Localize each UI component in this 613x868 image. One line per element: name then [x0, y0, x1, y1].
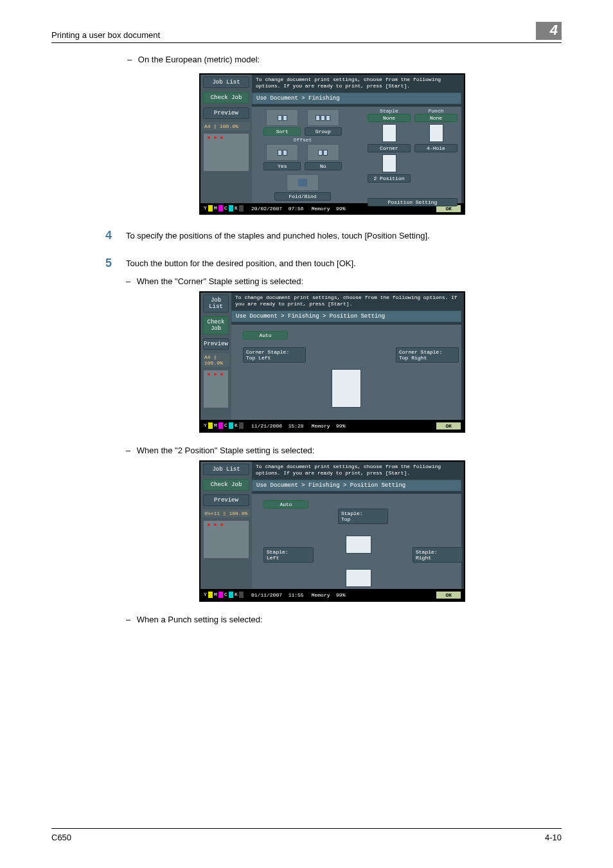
offset-label: Offset	[254, 137, 351, 143]
breadcrumb: Use Document > Finishing > Position Sett…	[252, 480, 461, 491]
job-list-button[interactable]: Job List	[203, 77, 249, 88]
bullet-euro-model: On the European (metric) model:	[127, 55, 562, 64]
group-button[interactable]: Group	[305, 127, 342, 136]
page-footer: C650 4-10	[51, 828, 562, 842]
punch-preview-icon	[429, 124, 443, 142]
bullet-2position-staple: When the "2 Position" Staple setting is …	[126, 446, 562, 455]
position-preview-top	[346, 536, 371, 554]
position-preview	[332, 369, 361, 408]
staple-left-button[interactable]: Staple: Left	[263, 547, 314, 563]
auto-button[interactable]: Auto	[243, 331, 288, 339]
preview-button[interactable]: Preview	[203, 494, 249, 506]
footer-page: 4-10	[545, 833, 562, 842]
instruction-message: To change document print settings, choos…	[252, 462, 464, 478]
group-icon	[307, 109, 339, 126]
footer-model: C650	[51, 833, 71, 842]
breadcrumb: Use Document > Finishing	[252, 93, 461, 104]
toner-levels: YMCK	[203, 592, 244, 598]
staple-corner-button[interactable]: Corner	[368, 144, 411, 152]
bullet-corner-staple: When the "Corner" Staple setting is sele…	[126, 276, 562, 286]
footer-memory: Memory 99%	[312, 206, 346, 212]
footer-date: 11/21/2006 15:28	[251, 423, 304, 429]
offset-no-button[interactable]: No	[305, 162, 342, 170]
twopos-preview-icon	[382, 154, 396, 172]
step-5-number: 5	[103, 257, 112, 270]
footer-memory: Memory 99%	[312, 423, 346, 429]
corner-topleft-button[interactable]: Corner Staple: Top Left	[243, 347, 306, 363]
sort-icon	[266, 109, 298, 126]
punch-4hole-button[interactable]: 4-Hole	[414, 144, 458, 152]
position-setting-button[interactable]: Position Setting	[368, 198, 458, 206]
offset-yes-button[interactable]: Yes	[263, 162, 301, 170]
paper-info: A4 ▯ 100.0%	[202, 353, 229, 367]
step-4-text: To specify the positions of the staples …	[126, 229, 430, 242]
paper-info: 8½×11 ▯ 100.0%	[202, 509, 250, 518]
position-preview-side	[346, 569, 371, 587]
preview-button[interactable]: Preview	[203, 107, 249, 119]
breadcrumb: Use Document > Finishing > Position Sett…	[231, 311, 461, 322]
preview-thumbnail	[203, 133, 249, 172]
section-number: 4	[536, 22, 562, 40]
foldbind-button[interactable]: Fold/Bind	[274, 192, 331, 201]
header-title: Printing a user box document	[51, 30, 160, 40]
punch-none-button[interactable]: None	[414, 114, 458, 122]
corner-topright-button[interactable]: Corner Staple: Top Right	[396, 347, 459, 363]
offset-yes-icon	[266, 144, 298, 161]
ui-screenshot-position-2pos: Job List Check Job Preview 8½×11 ▯ 100.0…	[199, 460, 465, 602]
job-list-button[interactable]: Job List	[203, 464, 249, 475]
footer-date: 20/02/2007 07:56	[251, 206, 304, 212]
ok-button[interactable]: OK	[436, 591, 461, 599]
punch-label: Punch	[414, 108, 458, 114]
check-job-button[interactable]: Check Job	[203, 479, 249, 491]
preview-thumbnail	[203, 370, 229, 408]
staple-none-button[interactable]: None	[368, 114, 411, 122]
offset-no-icon	[307, 144, 339, 161]
instruction-message: To change document print settings, choos…	[231, 293, 464, 309]
step-4-number: 4	[103, 229, 112, 242]
paper-info: A4 ▯ 100.0%	[202, 122, 250, 131]
instruction-message: To change document print settings, choos…	[252, 75, 464, 91]
check-job-button[interactable]: Check Job	[203, 92, 249, 104]
page-header: Printing a user box document 4	[51, 26, 562, 43]
ui-screenshot-position-corner: Job List Check Job Preview A4 ▯ 100.0% T…	[199, 291, 465, 433]
ok-button[interactable]: OK	[436, 422, 461, 430]
ui-screenshot-finishing: Job List Check Job Preview A4 ▯ 100.0% T…	[199, 73, 465, 215]
foldbind-icon	[287, 174, 319, 191]
staple-2position-button[interactable]: 2 Position	[368, 174, 411, 183]
step-5-text: Touch the button for the desired positio…	[126, 257, 356, 270]
staple-right-button[interactable]: Staple: Right	[413, 547, 463, 563]
job-list-button[interactable]: Job List	[203, 294, 229, 312]
toner-levels: YMCK	[203, 205, 244, 212]
staple-label: Staple	[368, 108, 411, 114]
footer-date: 01/11/2007 11:55	[251, 592, 304, 598]
check-job-button[interactable]: Check Job	[203, 316, 229, 334]
bullet-punch-setting: When a Punch setting is selected:	[126, 615, 562, 624]
staple-preview-icon	[382, 124, 396, 142]
auto-button[interactable]: Auto	[263, 500, 308, 509]
sort-button[interactable]: Sort	[263, 127, 301, 136]
staple-top-button[interactable]: Staple: Top	[338, 509, 388, 524]
toner-levels: YMCK	[203, 422, 244, 429]
preview-thumbnail	[203, 520, 249, 559]
footer-memory: Memory 99%	[312, 592, 346, 598]
preview-button[interactable]: Preview	[203, 338, 229, 350]
